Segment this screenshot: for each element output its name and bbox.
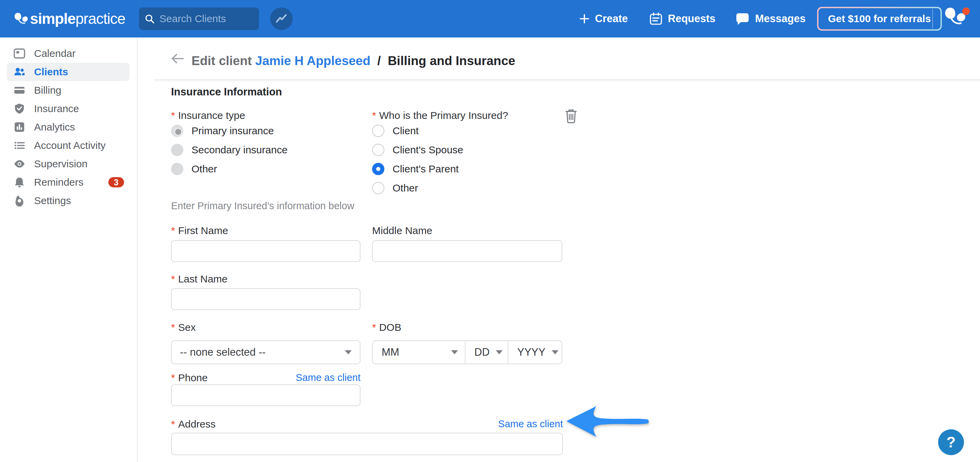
gear-icon: [14, 195, 25, 206]
sidebar-item-analytics[interactable]: Analytics: [7, 118, 129, 136]
dob-day-select[interactable]: DD: [465, 341, 508, 364]
sidebar-item-label: Clients: [34, 66, 68, 78]
primary-insured-group: Client Client's Spouse Client's Parent O…: [372, 121, 463, 198]
client-search: [139, 8, 259, 30]
activity-list-icon: [14, 140, 25, 151]
radio-client-parent[interactable]: Client's Parent: [372, 159, 463, 179]
address-same-as-client-link[interactable]: Same as client: [498, 418, 563, 430]
shield-check-icon: [14, 103, 25, 114]
main-content: Edit client Jamie H Appleseed / Billing …: [138, 38, 980, 462]
clients-icon: [14, 66, 25, 78]
title-separator: /: [377, 54, 380, 68]
phone-input[interactable]: [171, 384, 361, 406]
sidebar-item-label: Calendar: [34, 48, 76, 59]
radio-client[interactable]: Client: [372, 121, 463, 140]
reminders-badge: 3: [108, 177, 124, 187]
address-label: * Address: [171, 418, 216, 430]
dob-group: MM DD YYYY: [372, 340, 562, 364]
messages-label: Messages: [755, 13, 805, 25]
sidebar-item-settings[interactable]: Settings: [7, 192, 129, 210]
phone-label-row: * Phone Same as client: [171, 372, 361, 384]
requests-label: Requests: [668, 13, 716, 25]
sidebar-item-label: Account Activity: [34, 140, 106, 151]
requests-button[interactable]: Requests: [649, 0, 716, 38]
notification-dot: [962, 8, 970, 15]
last-name-label: * Last Name: [171, 273, 228, 285]
navbar-divider: [932, 9, 933, 29]
radio-button[interactable]: [171, 144, 183, 156]
chevron-down-icon: [451, 350, 458, 354]
sidebar: Calendar Clients Billing Insurance A: [0, 38, 138, 462]
required-marker: *: [171, 110, 175, 121]
bar-chart-icon: [14, 121, 25, 133]
sex-label: * Sex: [171, 322, 196, 333]
radio-primary-insurance[interactable]: Primary insurance: [171, 121, 288, 140]
page-header: Edit client Jamie H Appleseed / Billing …: [138, 38, 980, 79]
sidebar-item-supervision[interactable]: Supervision: [7, 155, 129, 173]
brand-logo[interactable]: simplepractice: [14, 0, 125, 38]
title-prefix: Edit client: [191, 54, 252, 68]
helper-text: Enter Primary Insured’s information belo…: [171, 200, 355, 211]
address-input[interactable]: [171, 433, 563, 455]
radio-insured-other[interactable]: Other: [372, 179, 463, 198]
help-button[interactable]: ?: [938, 429, 964, 455]
dob-month-select[interactable]: MM: [373, 341, 465, 364]
radio-button[interactable]: [171, 125, 183, 137]
sidebar-item-reminders[interactable]: Reminders 3: [7, 173, 129, 192]
sidebar-item-calendar[interactable]: Calendar: [7, 44, 129, 63]
radio-button[interactable]: [372, 182, 384, 194]
address-label-row: * Address Same as client: [171, 418, 563, 430]
header-shadow: [154, 79, 980, 83]
bell-icon: [14, 176, 25, 188]
client-name-link[interactable]: Jamie H Appleseed: [255, 54, 371, 68]
last-name-input[interactable]: [171, 288, 361, 310]
sidebar-item-label: Supervision: [34, 158, 88, 170]
required-marker: *: [372, 110, 376, 121]
sidebar-item-label: Billing: [34, 84, 61, 96]
plus-icon: [579, 14, 590, 24]
sidebar-item-account-activity[interactable]: Account Activity: [7, 136, 129, 155]
middle-name-label: Middle Name: [372, 225, 433, 237]
requests-icon: [649, 12, 662, 25]
brand-name: simplepractice: [30, 10, 125, 27]
search-input[interactable]: [159, 13, 253, 25]
eye-icon: [14, 158, 25, 170]
insurance-type-label: * Insurance type: [171, 110, 245, 121]
create-button[interactable]: Create: [579, 0, 628, 38]
butterfly-logo-icon: [14, 12, 28, 25]
sex-select[interactable]: -- none selected --: [171, 340, 361, 364]
first-name-label: * First Name: [171, 225, 228, 237]
radio-button[interactable]: [372, 125, 384, 137]
referral-label: Get $100 for referrals: [818, 8, 940, 29]
sidebar-item-clients[interactable]: Clients: [7, 63, 129, 81]
trash-icon[interactable]: [564, 108, 578, 123]
account-butterfly-button[interactable]: [945, 7, 970, 31]
sidebar-item-label: Reminders: [34, 176, 83, 188]
radio-button[interactable]: [372, 144, 384, 156]
messages-button[interactable]: Messages: [735, 0, 805, 38]
phone-label: * Phone: [171, 372, 207, 384]
radio-secondary-insurance[interactable]: Secondary insurance: [171, 140, 288, 159]
sidebar-item-billing[interactable]: Billing: [7, 81, 129, 100]
dob-year-select[interactable]: YYYY: [508, 341, 562, 364]
dob-label: * DOB: [372, 322, 401, 333]
radio-client-spouse[interactable]: Client's Spouse: [372, 140, 463, 159]
sidebar-item-insurance[interactable]: Insurance: [7, 100, 129, 118]
phone-same-as-client-link[interactable]: Same as client: [296, 372, 361, 383]
back-arrow-icon[interactable]: [170, 51, 185, 66]
chevron-down-icon: [496, 350, 503, 354]
activity-button[interactable]: [270, 8, 293, 30]
page-title: Edit client Jamie H Appleseed / Billing …: [191, 54, 515, 68]
middle-name-input[interactable]: [372, 240, 562, 262]
referral-button[interactable]: Get $100 for referrals: [817, 7, 942, 31]
top-navbar: simplepractice Create Requests: [0, 0, 980, 38]
annotation-arrow-icon: [565, 405, 651, 438]
title-section: Billing and Insurance: [388, 54, 515, 68]
first-name-input[interactable]: [171, 240, 361, 262]
radio-insurance-other[interactable]: Other: [171, 159, 288, 179]
radio-button[interactable]: [372, 163, 384, 175]
radio-button[interactable]: [171, 163, 183, 175]
primary-insured-label: * Who is the Primary Insured?: [372, 110, 508, 121]
messages-icon: [735, 11, 750, 26]
trending-line-icon: [276, 14, 287, 24]
